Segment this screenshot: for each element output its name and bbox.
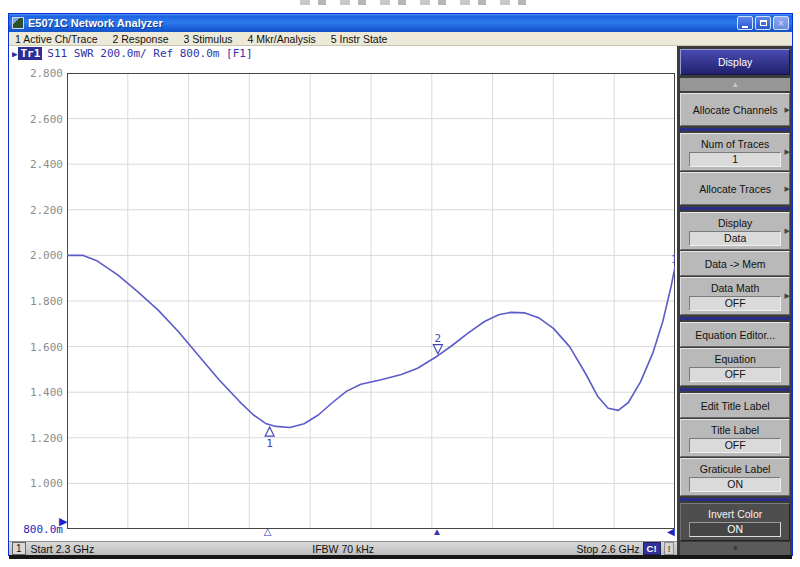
window-title-bar[interactable]: E5071C Network Analyzer × — [9, 14, 792, 32]
plot-area: 121 — [67, 73, 675, 529]
menu-active-ch-trace[interactable]: 1 Active Ch/Trace — [15, 33, 97, 45]
softkey-value: ON — [689, 522, 781, 537]
content-area: ▶Tr1S11 SWR 200.0m/ Ref 800.0m [F1] 1 2.… — [9, 46, 792, 555]
y-axis-tick-label: 1.600 — [11, 341, 63, 354]
softkey-separator — [680, 388, 790, 391]
cropped-caption-fragment — [300, 0, 530, 5]
y-axis-tick-label: 2.600 — [11, 113, 63, 126]
y-axis-tick-label: 1.000 — [11, 477, 63, 490]
softkey-value: Data — [689, 231, 781, 246]
active-trace-indicator-icon: ▶ — [12, 49, 17, 59]
trace-format-text: S11 SWR 200.0m/ Ref 800.0m [F1] — [47, 47, 252, 60]
menu-stimulus[interactable]: 3 Stimulus — [184, 33, 233, 45]
softkey-invert-color[interactable]: Invert Color ON — [680, 503, 790, 541]
close-button[interactable]: × — [773, 16, 789, 30]
softkey-separator — [680, 128, 790, 131]
sweep-position-indicator-icon: ◀ — [667, 526, 675, 537]
trace-marker-2[interactable]: 2 — [433, 332, 442, 354]
softkey-graticule-label[interactable]: Graticule Label ON — [680, 458, 790, 496]
menu-bar: 1 Active Ch/Trace 2 Response 3 Stimulus … — [9, 32, 792, 46]
y-axis-tick-label: 2.800 — [11, 67, 63, 80]
softkey-separator — [680, 498, 790, 501]
y-axis-tick-label: 2.400 — [11, 158, 63, 171]
softkey-value: OFF — [689, 296, 781, 311]
lcd-screen: ▶Tr1S11 SWR 200.0m/ Ref 800.0m [F1] 1 2.… — [9, 46, 677, 541]
trace-status-line[interactable]: ▶Tr1S11 SWR 200.0m/ Ref 800.0m [F1] — [12, 47, 253, 60]
submenu-arrow-icon: ▶ — [785, 148, 790, 156]
minimize-button[interactable] — [737, 16, 753, 30]
main-display-area: ▶Tr1S11 SWR 200.0m/ Ref 800.0m [F1] 1 2.… — [9, 46, 677, 555]
status-bar: 1 Start 2.3 GHz IFBW 70 kHz Stop 2.6 GHz… — [9, 541, 677, 555]
document-page: E5071C Network Analyzer × 1 Active Ch/Tr… — [0, 0, 800, 567]
reference-level-marker-icon: ▶ — [59, 515, 67, 528]
softkey-display[interactable]: Display Data ▶ — [680, 212, 790, 250]
scroll-down-button[interactable]: ▼ — [680, 542, 790, 555]
y-axis-tick-label: 1.200 — [11, 432, 63, 445]
y-axis-tick-label: 1.400 — [11, 386, 63, 399]
softkey-value: ON — [689, 477, 781, 492]
window-title: E5071C Network Analyzer — [28, 17, 735, 29]
softkey-separator — [680, 207, 790, 210]
y-axis-tick-label: 800.0m — [11, 523, 63, 536]
app-icon — [12, 17, 24, 29]
restore-button[interactable] — [755, 16, 771, 30]
submenu-arrow-icon: ▶ — [785, 106, 790, 114]
softkey-separator — [680, 317, 790, 320]
stimulus-axis-strip: △ ▲ ◀ — [67, 529, 675, 540]
softkey-equation-editor[interactable]: Equation Editor... — [680, 322, 790, 347]
softkey-allocate-channels[interactable]: Allocate Channels ▶ — [680, 93, 790, 126]
trace-marker-1[interactable]: 1 — [265, 427, 274, 450]
softkey-edit-title-label[interactable]: Edit Title Label — [680, 393, 790, 418]
softkey-value: OFF — [689, 367, 781, 382]
trace-end-label: 1 — [671, 253, 675, 266]
ifbw-label: IFBW 70 kHz — [9, 543, 677, 555]
marker2-axis-indicator-icon[interactable]: ▲ — [432, 526, 442, 537]
softkey-num-of-traces[interactable]: Num of Traces 1 ▶ — [680, 133, 790, 171]
svg-text:1: 1 — [266, 437, 273, 450]
softkey-equation[interactable]: Equation OFF — [680, 348, 790, 386]
softkey-data-math[interactable]: Data Math OFF ▶ — [680, 277, 790, 315]
analyzer-window: E5071C Network Analyzer × 1 Active Ch/Tr… — [8, 13, 793, 556]
menu-instr-state[interactable]: 5 Instr State — [331, 33, 388, 45]
y-axis-tick-label: 1.800 — [11, 295, 63, 308]
softkey-value: OFF — [689, 438, 781, 453]
window-bottom-edge — [9, 555, 792, 559]
softkey-sidebar: Display ▲ Allocate Channels ▶ Num of Tra… — [677, 46, 792, 555]
y-axis-tick-label: 2.200 — [11, 204, 63, 217]
submenu-arrow-icon: ▶ — [785, 292, 790, 300]
softkey-menu-header: Display — [680, 49, 790, 75]
svg-text:2: 2 — [435, 332, 442, 345]
scroll-up-icon: ▲ — [731, 80, 739, 89]
swr-chart: 121 — [67, 73, 675, 529]
submenu-arrow-icon: ▶ — [785, 185, 790, 193]
menu-response[interactable]: 2 Response — [112, 33, 168, 45]
softkey-title-label[interactable]: Title Label OFF — [680, 419, 790, 457]
softkey-value: 1 — [689, 152, 781, 167]
menu-mkr-analysis[interactable]: 4 Mkr/Analysis — [248, 33, 316, 45]
marker1-axis-indicator-icon[interactable]: △ — [264, 526, 272, 537]
trace-id-badge: Tr1 — [18, 47, 42, 60]
softkey-allocate-traces[interactable]: Allocate Traces ▶ — [680, 172, 790, 205]
scroll-up-button[interactable]: ▲ — [680, 78, 790, 91]
softkey-data-to-mem[interactable]: Data -> Mem — [680, 251, 790, 276]
y-axis-tick-label: 2.000 — [11, 249, 63, 262]
scroll-down-icon: ▼ — [731, 544, 739, 553]
submenu-arrow-icon: ▶ — [785, 227, 790, 235]
